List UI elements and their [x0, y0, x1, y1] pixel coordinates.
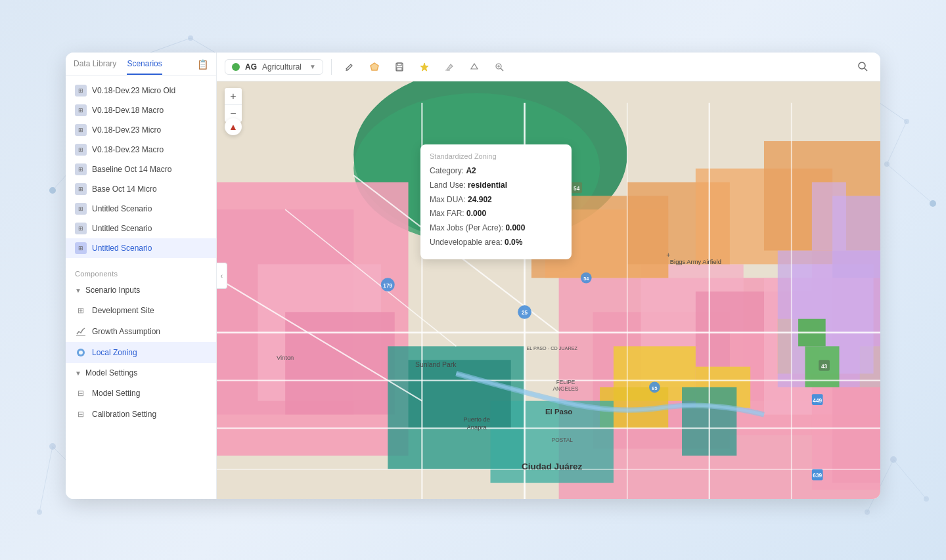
svg-text:25: 25	[522, 309, 528, 316]
svg-line-42	[865, 68, 867, 71]
map-toolbar: AG Agricultural ▼	[217, 53, 880, 81]
sidebar-tabs: Data Library Scenarios 📋	[66, 53, 216, 75]
scenario-icon: ⊞	[75, 144, 87, 156]
svg-point-1	[188, 35, 193, 41]
scenario-item[interactable]: ⊞ V0.18-Dev.23 Micro	[66, 120, 216, 140]
model-setting-icon: ⊟	[75, 387, 87, 399]
svg-marker-36	[471, 64, 478, 69]
draw-pencil-btn[interactable]	[340, 57, 359, 77]
svg-point-4	[49, 187, 56, 194]
eraser-btn[interactable]	[439, 57, 459, 77]
svg-line-24	[893, 460, 926, 499]
popup-max-jobs: Max Jobs (Per Acre): 0.000	[430, 223, 562, 234]
tab-scenarios[interactable]: Scenarios	[127, 59, 162, 75]
svg-text:El Paso: El Paso	[545, 408, 572, 416]
svg-line-14	[887, 121, 907, 164]
scenario-item[interactable]: ⊞ V0.18-Dev.23 Macro	[66, 140, 216, 160]
compass-btn[interactable]: ▲	[225, 118, 242, 135]
growth-assumption-item[interactable]: Growth Assumption	[66, 321, 216, 342]
scenario-item[interactable]: ⊞ Untitled Scenario	[66, 219, 216, 238]
zone-color-indicator	[232, 63, 240, 71]
new-scenario-btn[interactable]: 📋	[197, 59, 208, 75]
svg-text:54: 54	[574, 185, 580, 192]
svg-point-22	[924, 496, 929, 502]
zone-name-label: Agricultural	[262, 62, 302, 72]
scenario-item[interactable]: ⊞ V0.18-Dev.18 Macro	[66, 100, 216, 120]
svg-text:+: +	[666, 251, 670, 259]
map-search-btn[interactable]	[853, 57, 872, 77]
scenario-icon-active: ⊞	[75, 242, 87, 254]
scenario-item[interactable]: ⊞ Base Oct 14 Micro	[66, 179, 216, 199]
svg-text:ANGELES: ANGELES	[552, 385, 579, 392]
shape-btn[interactable]	[464, 57, 484, 77]
popup-land-use: Land Use: residential	[430, 180, 562, 191]
main-app-window: Data Library Scenarios 📋 ⊞ V0.18-Dev.23 …	[66, 53, 880, 499]
sidebar-collapse-btn[interactable]: ‹	[217, 263, 227, 289]
svg-point-10	[904, 119, 909, 124]
svg-text:Puerto de: Puerto de	[463, 416, 490, 423]
toolbar-divider-1	[331, 59, 332, 75]
svg-text:449: 449	[813, 397, 822, 404]
svg-point-16	[49, 443, 56, 450]
components-section-label: Components	[66, 263, 216, 280]
svg-marker-30	[371, 63, 378, 70]
svg-text:Vinton: Vinton	[277, 355, 294, 361]
svg-marker-34	[420, 63, 428, 71]
scenario-item[interactable]: ⊞ V0.18-Dev.23 Micro Old	[66, 81, 216, 100]
svg-text:Sunland Park: Sunland Park	[415, 361, 457, 368]
svg-point-21	[890, 456, 897, 463]
scenario-item-active[interactable]: ⊞ Untitled Scenario	[66, 238, 216, 258]
calibration-icon: ⊟	[75, 408, 87, 420]
dev-site-item[interactable]: ⊞ Development Site	[66, 300, 216, 321]
tab-group: Data Library Scenarios	[74, 59, 162, 75]
svg-text:54: 54	[583, 276, 589, 282]
star-btn[interactable]	[415, 57, 434, 77]
svg-text:Ciudad Juárez: Ciudad Juárez	[522, 462, 583, 471]
scenario-item[interactable]: ⊞ Baseline Oct 14 Macro	[66, 160, 216, 179]
svg-line-29	[346, 70, 348, 71]
zoom-controls: + −	[225, 88, 242, 122]
svg-text:43: 43	[821, 363, 828, 370]
svg-point-41	[859, 62, 865, 69]
scenario-item[interactable]: ⊞ Untitled Scenario	[66, 199, 216, 219]
scenario-icon: ⊞	[75, 183, 87, 195]
growth-icon	[75, 326, 87, 337]
zone-selector[interactable]: AG Agricultural ▼	[225, 59, 323, 75]
draw-polygon-btn[interactable]	[365, 57, 384, 77]
zoning-popup: Standardized Zoning Category: A2 Land Us…	[420, 144, 572, 259]
popup-undevelopable: Undevelopable area: 0.0%	[430, 237, 562, 248]
svg-point-12	[930, 200, 936, 207]
model-settings-header[interactable]: ▼ Model Settings	[66, 363, 216, 383]
collapse-arrow-model-icon: ▼	[75, 370, 81, 377]
zone-dropdown-icon: ▼	[309, 63, 316, 70]
svg-text:85: 85	[652, 385, 657, 391]
map-area[interactable]: AG Agricultural ▼	[217, 53, 880, 499]
collapse-arrow-icon: ▼	[75, 287, 81, 294]
svg-point-23	[865, 509, 870, 515]
scenario-list: ⊞ V0.18-Dev.23 Micro Old ⊞ V0.18-Dev.18 …	[66, 75, 216, 263]
save-btn[interactable]	[390, 57, 409, 77]
model-setting-item[interactable]: ⊟ Model Setting	[66, 383, 216, 404]
svg-text:Anapra: Anapra	[467, 424, 487, 431]
scenario-icon: ⊞	[75, 223, 87, 234]
svg-text:EL PASO - CD JUAREZ: EL PASO - CD JUAREZ	[526, 345, 577, 351]
scenario-inputs-header[interactable]: ▼ Scenario Inputs	[66, 280, 216, 300]
svg-line-20	[39, 446, 53, 512]
zoom-extent-btn[interactable]	[489, 57, 509, 77]
tab-data-library[interactable]: Data Library	[74, 59, 116, 75]
calibration-setting-item[interactable]: ⊟ Calibration Setting	[66, 404, 216, 425]
svg-rect-33	[397, 68, 402, 70]
zoom-in-btn[interactable]: +	[225, 88, 242, 105]
sidebar: Data Library Scenarios 📋 ⊞ V0.18-Dev.23 …	[66, 53, 217, 499]
svg-point-18	[37, 509, 42, 515]
svg-point-11	[884, 162, 890, 167]
svg-rect-75	[812, 182, 846, 250]
svg-line-15	[887, 164, 933, 204]
popup-category: Category: A2	[430, 165, 562, 177]
scenario-icon: ⊞	[75, 203, 87, 215]
svg-line-38	[501, 68, 503, 71]
local-zoning-item[interactable]: Local Zoning	[66, 342, 216, 363]
zone-code-label: AG	[245, 62, 257, 72]
svg-text:Biggs Army Airfield: Biggs Army Airfield	[670, 259, 721, 265]
svg-rect-65	[409, 360, 511, 428]
